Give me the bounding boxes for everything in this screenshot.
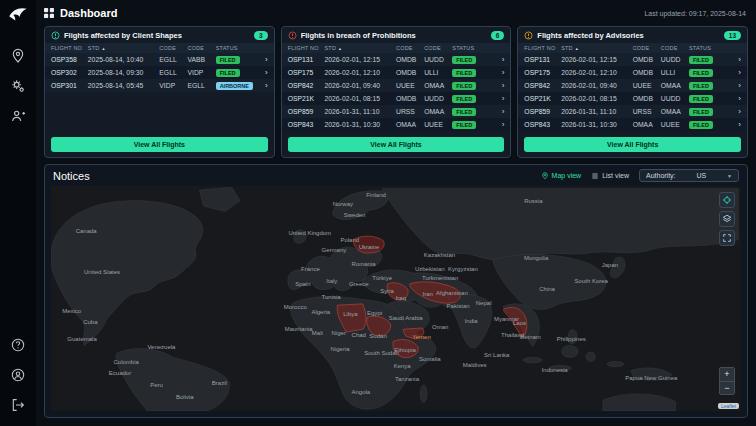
chevron-right-icon[interactable]: › [487,82,504,90]
chevron-right-icon[interactable]: › [724,69,741,77]
column-header[interactable]: STATUS [689,45,724,51]
dep-code: EGLL [159,56,187,63]
dashboard-grid-icon [44,8,54,18]
column-header[interactable]: FLIGHT NO [288,45,325,51]
column-header[interactable]: CODE [424,45,452,51]
column-header[interactable]: CODE [633,45,661,51]
chevron-right-icon[interactable]: › [724,121,741,129]
help-icon [10,337,26,353]
flight-row[interactable]: OSP21K 2026-02-01, 08:15 OMDB UUDD FILED… [282,92,511,105]
flight-row[interactable]: OSP842 2026-02-01, 09:40 UUEE OMAA FILED… [282,79,511,92]
notices-map[interactable]: CanadaUnited StatesMexicoCubaGuatemalaCo… [51,186,741,411]
chevron-right-icon[interactable]: › [487,69,504,77]
column-header[interactable]: STATUS [216,45,251,51]
column-header[interactable]: CODE [661,45,689,51]
status-cell: FILED [689,69,724,77]
chevron-right-icon[interactable]: › [724,95,741,103]
sidebar-item-locations[interactable] [10,41,26,71]
chevron-right-icon[interactable]: › [724,108,741,116]
column-header[interactable]: STATUS [452,45,487,51]
arr-code: ULLI [661,69,689,76]
status-cell: FILED [689,82,724,90]
column-header[interactable]: CODE [396,45,424,51]
sidebar-item-users[interactable] [10,101,26,131]
status-cell: FILED [452,69,487,77]
sidebar-item-logout[interactable] [10,390,26,420]
column-header[interactable]: STD▲ [561,45,633,51]
column-header[interactable]: CODE [187,45,215,51]
flight-row[interactable]: OSP131 2026-02-01, 12:15 OMDB UUDD FILED… [282,53,511,66]
column-header[interactable]: FLIGHT NO [524,45,561,51]
flight-row[interactable]: OSP358 2025-08-14, 10:40 EGLL VABB FILED… [45,53,274,66]
list-view-label: List view [602,172,629,179]
flight-no: OSP358 [51,56,88,63]
flight-row[interactable]: OSP175 2026-02-01, 12:10 OMDB ULLI FILED… [282,66,511,79]
chevron-right-icon[interactable]: › [487,95,504,103]
flight-row[interactable]: OSP302 2025-08-14, 09:30 EGLL VIDP FILED… [45,66,274,79]
arr-code: VABB [187,56,215,63]
column-header[interactable]: FLIGHT NO [51,45,88,51]
map-view-toggle[interactable]: Map view [541,172,582,180]
column-header[interactable]: CODE [159,45,187,51]
arr-code: OMAA [424,82,452,89]
std: 2026-02-01, 08:15 [561,95,633,102]
map-view-label: Map view [552,172,582,179]
chevron-right-icon[interactable]: › [487,56,504,64]
status-badge: FILED [689,108,713,116]
map-attribution[interactable]: Leaflet [718,403,739,409]
flight-row[interactable]: OSP21K 2026-02-01, 08:15 OMDB UUDD FILED… [518,92,747,105]
chevron-right-icon[interactable]: › [250,56,267,64]
status-badge: FILED [689,56,713,64]
dep-code: OMDB [396,56,424,63]
zoom-out-button[interactable]: − [720,381,734,394]
flight-row[interactable]: OSP843 2026-01-31, 10:30 OMAA UUEE FILED… [518,118,747,131]
fullscreen-button[interactable] [719,230,735,246]
chevron-right-icon[interactable]: › [250,69,267,77]
column-header[interactable]: STD▲ [88,45,160,51]
page-title: Dashboard [60,7,117,19]
notices-header: Notices Map view List view Authority: US… [45,165,747,186]
notices-title: Notices [53,170,531,182]
chevron-down-icon: ▼ [727,173,732,179]
table-header-row: FLIGHT NOSTD▲CODECODESTATUS [45,43,274,53]
status-cell: FILED [452,82,487,90]
flight-row[interactable]: OSP131 2026-02-01, 12:15 OMDB UUDD FILED… [518,53,747,66]
prohibition-icon [288,31,297,40]
sidebar-item-settings[interactable] [10,71,26,101]
layers-button[interactable] [719,211,735,227]
view-all-button[interactable]: View All Flights [524,137,741,152]
sidebar-item-help[interactable] [10,330,26,360]
gears-icon [10,78,26,94]
zoom-in-button[interactable]: + [720,368,734,381]
arr-code: UUDD [661,95,689,102]
status-badge: FILED [216,69,240,77]
dep-code: OMDB [633,69,661,76]
user-plus-icon [10,108,26,124]
flight-panel: Flights affected by Client Shapes 3 FLIG… [44,26,275,158]
authority-select[interactable]: Authority: US ▼ [639,169,739,182]
column-header[interactable]: STD▲ [325,45,397,51]
chevron-right-icon[interactable]: › [250,82,267,90]
view-all-button[interactable]: View All Flights [288,137,505,152]
status-cell: AIRBORNE [216,82,251,90]
map-pin-icon [541,172,549,180]
map-tools [719,192,735,246]
std: 2026-01-31, 10:30 [561,121,633,128]
flight-row[interactable]: OSP301 2025-08-14, 05:45 VIDP EGLL AIRBO… [45,79,274,92]
chevron-right-icon[interactable]: › [724,82,741,90]
flight-row[interactable]: OSP175 2026-02-01, 12:10 OMDB ULLI FILED… [518,66,747,79]
flight-row[interactable]: OSP843 2026-01-31, 10:30 OMAA UUEE FILED… [282,118,511,131]
flight-row[interactable]: OSP859 2026-01-31, 11:10 URSS OMAA FILED… [282,105,511,118]
arr-code: EGLL [187,82,215,89]
flight-row[interactable]: OSP859 2026-01-31, 11:10 URSS OMAA FILED… [518,105,747,118]
chevron-right-icon[interactable]: › [487,121,504,129]
chevron-right-icon[interactable]: › [487,108,504,116]
std: 2025-08-14, 10:40 [88,56,160,63]
locate-button[interactable] [719,192,735,208]
view-all-button[interactable]: View All Flights [51,137,268,152]
sidebar-item-account[interactable] [10,360,26,390]
flight-panel: Flights in breach of Prohibitions 6 FLIG… [281,26,512,158]
chevron-right-icon[interactable]: › [724,56,741,64]
list-view-toggle[interactable]: List view [591,172,629,180]
flight-row[interactable]: OSP842 2026-02-01, 09:40 UUEE OMAA FILED… [518,79,747,92]
